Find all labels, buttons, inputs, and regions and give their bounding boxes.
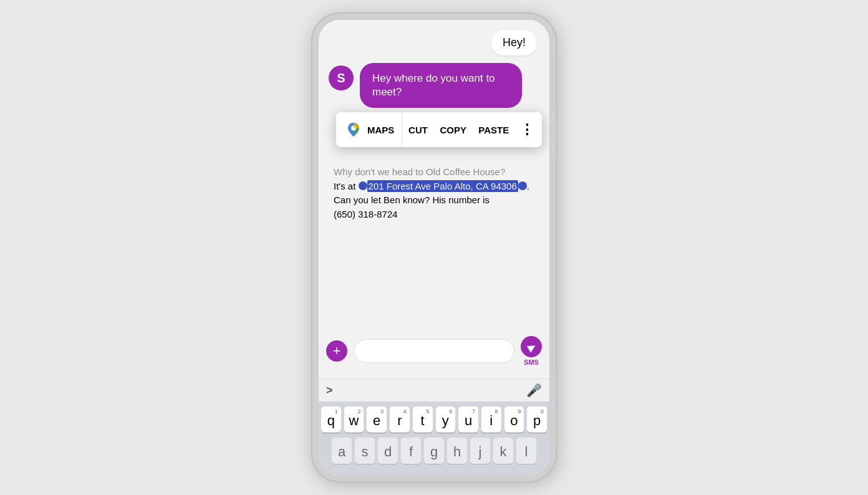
message-line1: Why don't we head to Old Coffee House? — [334, 165, 534, 180]
sent-bubble-text: Hey where do you want to meet? — [372, 72, 495, 98]
add-attachment-button[interactable]: + — [326, 340, 347, 362]
key-y[interactable]: 6 y — [436, 406, 456, 433]
input-row: + ▶ SMS — [326, 334, 542, 368]
key-s[interactable]: s — [355, 438, 375, 464]
message-text: Why don't we head to Old Coffee House? I… — [331, 165, 537, 221]
context-menu: MAPS CUT COPY PASTE ⋮ — [336, 112, 542, 147]
key-f[interactable]: f — [401, 438, 421, 464]
key-h[interactable]: h — [447, 438, 467, 464]
maps-label: MAPS — [367, 125, 394, 135]
cut-button[interactable]: CUT — [403, 112, 433, 147]
key-k[interactable]: k — [493, 438, 513, 464]
keyboard-row-1: 1 q 2 w 3 e 4 r — [321, 406, 547, 433]
key-w[interactable]: 2 w — [344, 406, 364, 433]
microphone-icon[interactable]: 🎤 — [526, 383, 542, 398]
address-selected: 201 Forest Ave Palo Alto, CA 94306 — [367, 180, 518, 192]
keyboard-chevron[interactable]: > — [326, 384, 333, 397]
avatar: S — [329, 65, 354, 90]
sms-label: SMS — [524, 358, 539, 366]
key-r[interactable]: 4 r — [390, 406, 410, 433]
paste-button[interactable]: PASTE — [473, 112, 514, 147]
key-o[interactable]: 9 o — [504, 406, 524, 433]
plus-icon: + — [333, 343, 341, 359]
copy-button[interactable]: COPY — [435, 112, 471, 147]
message-line2: It's at 201 Forest Ave Palo Alto, CA 943… — [334, 180, 534, 194]
selection-handle-right — [518, 181, 527, 190]
received-bubble: Hey! — [491, 30, 537, 55]
key-e[interactable]: 3 e — [367, 406, 387, 433]
context-menu-actions: CUT COPY PASTE — [402, 112, 515, 147]
sent-bubble: Hey where do you want to meet? — [360, 63, 522, 108]
send-area: ▶ SMS — [521, 336, 542, 366]
selection-handle-left — [359, 181, 367, 190]
maps-menu-item[interactable]: MAPS — [339, 112, 402, 147]
maps-icon — [344, 120, 364, 140]
key-i[interactable]: 8 i — [481, 406, 501, 433]
send-arrow-icon: ▶ — [525, 340, 538, 353]
received-bubble-text: Hey! — [503, 36, 526, 49]
more-button[interactable]: ⋮ — [515, 122, 539, 138]
phone-frame: Hey! S Hey where do you want to meet? No… — [312, 14, 556, 481]
phone-wrapper: Hey! S Hey where do you want to meet? No… — [312, 14, 556, 481]
screen: Hey! S Hey where do you want to meet? No… — [319, 20, 549, 475]
key-a[interactable]: a — [332, 438, 352, 464]
key-u[interactable]: 7 u — [458, 406, 478, 433]
key-q[interactable]: 1 q — [321, 406, 341, 433]
key-l[interactable]: l — [516, 438, 536, 464]
keyboard-toolbar: > 🎤 — [319, 378, 549, 401]
keyboard: 1 q 2 w 3 e 4 r — [319, 401, 549, 475]
message-line3: Can you let Ben know? His number is — [334, 193, 534, 208]
keyboard-row-2: a s d f g h j k l — [321, 438, 547, 464]
chat-area: Hey! S Hey where do you want to meet? No… — [319, 20, 549, 378]
sent-bubble-row: S Hey where do you want to meet? — [326, 63, 542, 108]
key-p[interactable]: 0 p — [527, 406, 547, 433]
message-input[interactable] — [354, 339, 514, 363]
key-t[interactable]: 5 t — [413, 406, 433, 433]
send-button[interactable]: ▶ — [521, 336, 542, 357]
message-area: Why don't we head to Old Coffee House? I… — [326, 165, 542, 326]
key-g[interactable]: g — [424, 438, 444, 464]
key-j[interactable]: j — [470, 438, 490, 464]
message-line4: (650) 318-8724 — [334, 208, 534, 222]
received-bubble-row: Hey! — [326, 30, 542, 55]
key-d[interactable]: d — [378, 438, 398, 464]
avatar-letter: S — [337, 71, 345, 85]
